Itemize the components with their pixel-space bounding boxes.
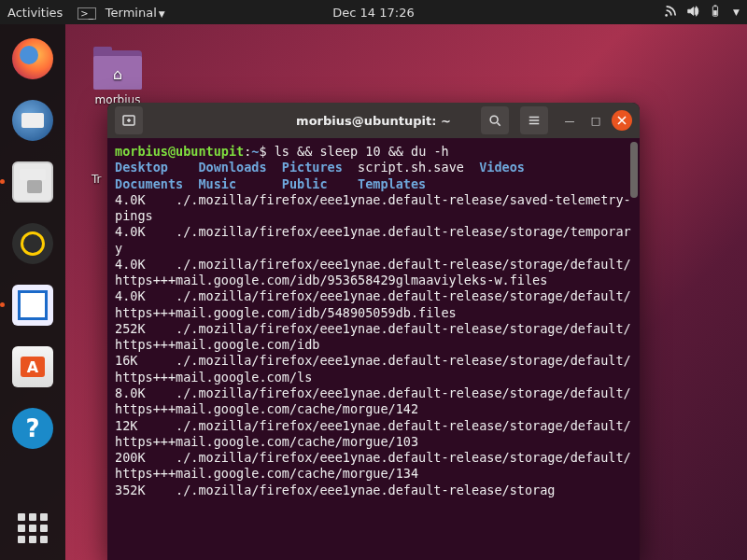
volume-icon[interactable]: [686, 5, 699, 21]
dock: ?: [0, 24, 65, 560]
dock-firefox[interactable]: [9, 35, 56, 82]
svg-rect-3: [713, 10, 717, 15]
activities-button[interactable]: Activities: [7, 6, 63, 20]
minimize-button[interactable]: —: [559, 110, 580, 131]
terminal-title: morbius@ubuntupit: ~: [296, 114, 451, 128]
app-menu-label: Terminal: [106, 6, 157, 20]
search-button[interactable]: [481, 106, 509, 134]
folder-icon: ⌂: [93, 47, 142, 90]
terminal-window: morbius@ubuntupit: ~ — □ morbius@ubuntup…: [107, 103, 640, 560]
close-button[interactable]: [612, 110, 632, 131]
battery-icon[interactable]: [709, 5, 722, 21]
maximize-button[interactable]: □: [585, 110, 606, 131]
terminal-body[interactable]: morbius@ubuntupit:~$ ls && sleep 10 && d…: [107, 138, 640, 560]
system-menu-icon[interactable]: ▼: [733, 7, 740, 17]
svg-point-0: [665, 14, 668, 17]
svg-point-5: [490, 116, 498, 123]
terminal-titlebar[interactable]: morbius@ubuntupit: ~ — □: [107, 103, 640, 138]
show-applications-button[interactable]: [14, 510, 51, 547]
network-icon[interactable]: [664, 5, 677, 21]
svg-rect-2: [714, 5, 717, 6]
command-text: ls && sleep 10 && du -h: [275, 144, 449, 159]
prompt-line: morbius@ubuntupit:~$ ls && sleep 10 && d…: [115, 144, 632, 160]
gnome-topbar: Activities Terminal▼ Dec 14 17:26 ▼: [0, 0, 747, 24]
scrollbar-thumb[interactable]: [630, 142, 638, 198]
ls-output: Desktop Downloads Pictures script.sh.sav…: [115, 160, 632, 192]
app-menu-button[interactable]: Terminal▼: [78, 6, 164, 20]
dock-thunderbird[interactable]: [9, 97, 56, 144]
du-output: 4.0K ./.mozilla/firefox/eee1ynae.default…: [115, 192, 632, 498]
desktop-home-folder[interactable]: ⌂ morbius: [93, 47, 142, 106]
dock-help[interactable]: ?: [9, 405, 56, 452]
dock-ubuntu-software[interactable]: [9, 343, 56, 390]
hamburger-menu-button[interactable]: [520, 106, 548, 134]
dock-libreoffice-writer[interactable]: [9, 282, 56, 329]
dock-rhythmbox[interactable]: [9, 220, 56, 267]
new-tab-button[interactable]: [115, 106, 143, 134]
clock[interactable]: Dec 14 17:26: [332, 6, 414, 20]
desktop-trash-partial-label: Tr: [92, 173, 102, 186]
dock-files[interactable]: [9, 159, 56, 205]
